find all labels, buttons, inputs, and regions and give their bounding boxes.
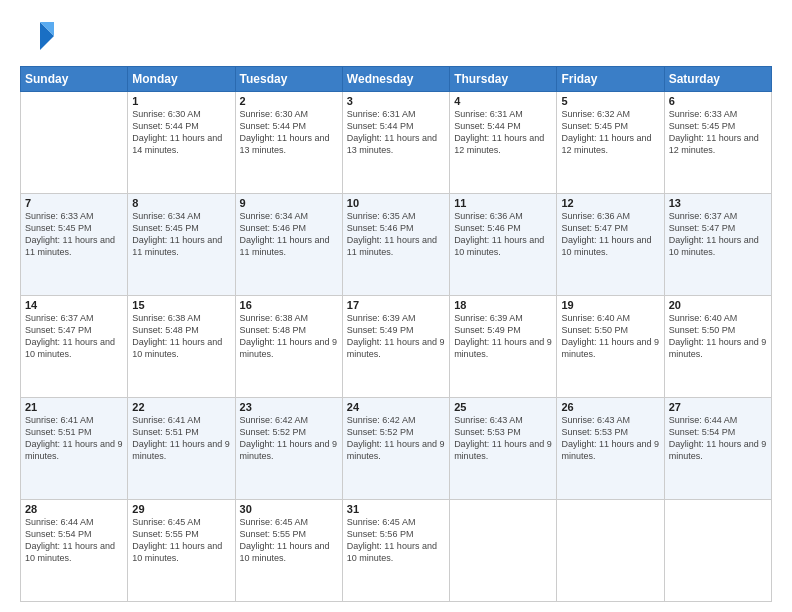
calendar-week-row: 28Sunrise: 6:44 AMSunset: 5:54 PMDayligh… bbox=[21, 500, 772, 602]
day-number: 8 bbox=[132, 197, 230, 209]
day-number: 30 bbox=[240, 503, 338, 515]
day-number: 6 bbox=[669, 95, 767, 107]
weekday-header-wednesday: Wednesday bbox=[342, 67, 449, 92]
day-info: Sunrise: 6:35 AMSunset: 5:46 PMDaylight:… bbox=[347, 210, 445, 259]
day-number: 18 bbox=[454, 299, 552, 311]
day-number: 31 bbox=[347, 503, 445, 515]
calendar-week-row: 21Sunrise: 6:41 AMSunset: 5:51 PMDayligh… bbox=[21, 398, 772, 500]
day-number: 19 bbox=[561, 299, 659, 311]
day-number: 2 bbox=[240, 95, 338, 107]
day-number: 26 bbox=[561, 401, 659, 413]
calendar-cell: 27Sunrise: 6:44 AMSunset: 5:54 PMDayligh… bbox=[664, 398, 771, 500]
day-info: Sunrise: 6:41 AMSunset: 5:51 PMDaylight:… bbox=[25, 414, 123, 463]
day-number: 16 bbox=[240, 299, 338, 311]
calendar-cell: 15Sunrise: 6:38 AMSunset: 5:48 PMDayligh… bbox=[128, 296, 235, 398]
day-info: Sunrise: 6:38 AMSunset: 5:48 PMDaylight:… bbox=[132, 312, 230, 361]
day-number: 20 bbox=[669, 299, 767, 311]
day-info: Sunrise: 6:43 AMSunset: 5:53 PMDaylight:… bbox=[454, 414, 552, 463]
calendar-cell: 14Sunrise: 6:37 AMSunset: 5:47 PMDayligh… bbox=[21, 296, 128, 398]
calendar-cell: 8Sunrise: 6:34 AMSunset: 5:45 PMDaylight… bbox=[128, 194, 235, 296]
calendar-cell: 16Sunrise: 6:38 AMSunset: 5:48 PMDayligh… bbox=[235, 296, 342, 398]
calendar-cell: 4Sunrise: 6:31 AMSunset: 5:44 PMDaylight… bbox=[450, 92, 557, 194]
day-info: Sunrise: 6:33 AMSunset: 5:45 PMDaylight:… bbox=[669, 108, 767, 157]
day-info: Sunrise: 6:40 AMSunset: 5:50 PMDaylight:… bbox=[561, 312, 659, 361]
day-info: Sunrise: 6:42 AMSunset: 5:52 PMDaylight:… bbox=[240, 414, 338, 463]
day-info: Sunrise: 6:31 AMSunset: 5:44 PMDaylight:… bbox=[347, 108, 445, 157]
calendar-cell: 20Sunrise: 6:40 AMSunset: 5:50 PMDayligh… bbox=[664, 296, 771, 398]
calendar-cell: 6Sunrise: 6:33 AMSunset: 5:45 PMDaylight… bbox=[664, 92, 771, 194]
day-info: Sunrise: 6:45 AMSunset: 5:55 PMDaylight:… bbox=[240, 516, 338, 565]
day-info: Sunrise: 6:37 AMSunset: 5:47 PMDaylight:… bbox=[669, 210, 767, 259]
day-info: Sunrise: 6:39 AMSunset: 5:49 PMDaylight:… bbox=[454, 312, 552, 361]
day-number: 3 bbox=[347, 95, 445, 107]
calendar-cell bbox=[557, 500, 664, 602]
day-number: 4 bbox=[454, 95, 552, 107]
calendar-cell: 22Sunrise: 6:41 AMSunset: 5:51 PMDayligh… bbox=[128, 398, 235, 500]
day-number: 9 bbox=[240, 197, 338, 209]
day-number: 25 bbox=[454, 401, 552, 413]
calendar-cell: 17Sunrise: 6:39 AMSunset: 5:49 PMDayligh… bbox=[342, 296, 449, 398]
day-number: 7 bbox=[25, 197, 123, 209]
calendar-cell: 11Sunrise: 6:36 AMSunset: 5:46 PMDayligh… bbox=[450, 194, 557, 296]
calendar-cell: 28Sunrise: 6:44 AMSunset: 5:54 PMDayligh… bbox=[21, 500, 128, 602]
day-info: Sunrise: 6:36 AMSunset: 5:46 PMDaylight:… bbox=[454, 210, 552, 259]
calendar-cell: 13Sunrise: 6:37 AMSunset: 5:47 PMDayligh… bbox=[664, 194, 771, 296]
calendar-cell: 3Sunrise: 6:31 AMSunset: 5:44 PMDaylight… bbox=[342, 92, 449, 194]
day-info: Sunrise: 6:43 AMSunset: 5:53 PMDaylight:… bbox=[561, 414, 659, 463]
day-info: Sunrise: 6:31 AMSunset: 5:44 PMDaylight:… bbox=[454, 108, 552, 157]
calendar-week-row: 14Sunrise: 6:37 AMSunset: 5:47 PMDayligh… bbox=[21, 296, 772, 398]
calendar-cell: 26Sunrise: 6:43 AMSunset: 5:53 PMDayligh… bbox=[557, 398, 664, 500]
calendar-cell bbox=[21, 92, 128, 194]
calendar-cell: 12Sunrise: 6:36 AMSunset: 5:47 PMDayligh… bbox=[557, 194, 664, 296]
day-number: 12 bbox=[561, 197, 659, 209]
day-number: 14 bbox=[25, 299, 123, 311]
day-number: 17 bbox=[347, 299, 445, 311]
header bbox=[20, 18, 772, 58]
day-number: 22 bbox=[132, 401, 230, 413]
day-number: 11 bbox=[454, 197, 552, 209]
calendar-cell: 1Sunrise: 6:30 AMSunset: 5:44 PMDaylight… bbox=[128, 92, 235, 194]
day-info: Sunrise: 6:34 AMSunset: 5:45 PMDaylight:… bbox=[132, 210, 230, 259]
logo bbox=[20, 18, 58, 58]
day-info: Sunrise: 6:45 AMSunset: 5:55 PMDaylight:… bbox=[132, 516, 230, 565]
calendar-cell: 2Sunrise: 6:30 AMSunset: 5:44 PMDaylight… bbox=[235, 92, 342, 194]
logo-icon bbox=[20, 18, 56, 54]
calendar-cell: 9Sunrise: 6:34 AMSunset: 5:46 PMDaylight… bbox=[235, 194, 342, 296]
calendar-cell: 21Sunrise: 6:41 AMSunset: 5:51 PMDayligh… bbox=[21, 398, 128, 500]
calendar-table: SundayMondayTuesdayWednesdayThursdayFrid… bbox=[20, 66, 772, 602]
calendar-cell: 10Sunrise: 6:35 AMSunset: 5:46 PMDayligh… bbox=[342, 194, 449, 296]
day-number: 27 bbox=[669, 401, 767, 413]
day-number: 5 bbox=[561, 95, 659, 107]
day-info: Sunrise: 6:42 AMSunset: 5:52 PMDaylight:… bbox=[347, 414, 445, 463]
calendar-week-row: 7Sunrise: 6:33 AMSunset: 5:45 PMDaylight… bbox=[21, 194, 772, 296]
day-number: 28 bbox=[25, 503, 123, 515]
day-info: Sunrise: 6:44 AMSunset: 5:54 PMDaylight:… bbox=[669, 414, 767, 463]
weekday-header-row: SundayMondayTuesdayWednesdayThursdayFrid… bbox=[21, 67, 772, 92]
day-info: Sunrise: 6:30 AMSunset: 5:44 PMDaylight:… bbox=[240, 108, 338, 157]
day-number: 15 bbox=[132, 299, 230, 311]
calendar-cell: 24Sunrise: 6:42 AMSunset: 5:52 PMDayligh… bbox=[342, 398, 449, 500]
day-number: 24 bbox=[347, 401, 445, 413]
day-info: Sunrise: 6:30 AMSunset: 5:44 PMDaylight:… bbox=[132, 108, 230, 157]
page: SundayMondayTuesdayWednesdayThursdayFrid… bbox=[0, 0, 792, 612]
weekday-header-thursday: Thursday bbox=[450, 67, 557, 92]
day-info: Sunrise: 6:38 AMSunset: 5:48 PMDaylight:… bbox=[240, 312, 338, 361]
calendar-cell bbox=[450, 500, 557, 602]
calendar-cell: 7Sunrise: 6:33 AMSunset: 5:45 PMDaylight… bbox=[21, 194, 128, 296]
calendar-cell: 25Sunrise: 6:43 AMSunset: 5:53 PMDayligh… bbox=[450, 398, 557, 500]
calendar-week-row: 1Sunrise: 6:30 AMSunset: 5:44 PMDaylight… bbox=[21, 92, 772, 194]
calendar-cell: 19Sunrise: 6:40 AMSunset: 5:50 PMDayligh… bbox=[557, 296, 664, 398]
day-info: Sunrise: 6:36 AMSunset: 5:47 PMDaylight:… bbox=[561, 210, 659, 259]
calendar-cell: 23Sunrise: 6:42 AMSunset: 5:52 PMDayligh… bbox=[235, 398, 342, 500]
day-info: Sunrise: 6:39 AMSunset: 5:49 PMDaylight:… bbox=[347, 312, 445, 361]
day-info: Sunrise: 6:33 AMSunset: 5:45 PMDaylight:… bbox=[25, 210, 123, 259]
calendar-cell bbox=[664, 500, 771, 602]
day-info: Sunrise: 6:45 AMSunset: 5:56 PMDaylight:… bbox=[347, 516, 445, 565]
weekday-header-monday: Monday bbox=[128, 67, 235, 92]
calendar-cell: 5Sunrise: 6:32 AMSunset: 5:45 PMDaylight… bbox=[557, 92, 664, 194]
day-number: 1 bbox=[132, 95, 230, 107]
weekday-header-sunday: Sunday bbox=[21, 67, 128, 92]
day-info: Sunrise: 6:41 AMSunset: 5:51 PMDaylight:… bbox=[132, 414, 230, 463]
calendar-cell: 30Sunrise: 6:45 AMSunset: 5:55 PMDayligh… bbox=[235, 500, 342, 602]
day-number: 10 bbox=[347, 197, 445, 209]
